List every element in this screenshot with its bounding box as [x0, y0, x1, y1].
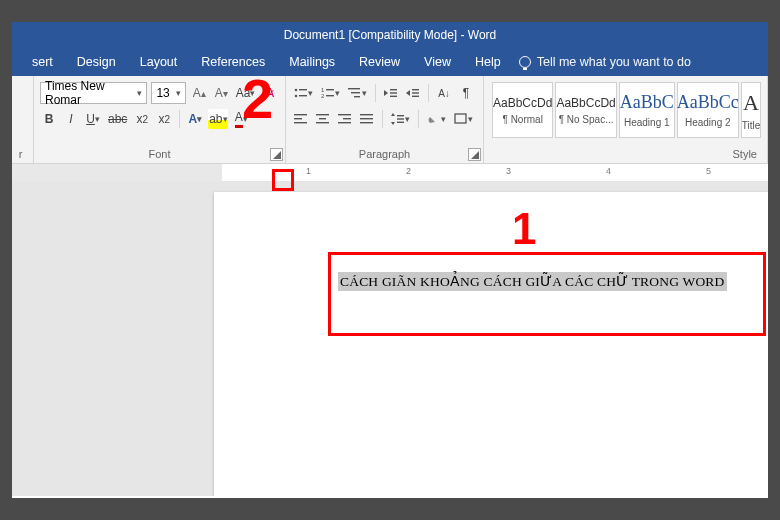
font-size-select[interactable]: 13▾ — [151, 82, 186, 104]
tab-insert[interactable]: sert — [20, 48, 65, 76]
group-clipboard: r — [12, 76, 34, 163]
paragraph-dialog-launcher[interactable] — [468, 148, 481, 161]
group-font: Times New Romar▾ 13▾ A▴ A▾ Aa▾ A̷ B I U▾ — [34, 76, 286, 163]
bullets-button[interactable]: ▾ — [292, 83, 315, 103]
svg-text:1: 1 — [321, 87, 325, 93]
sort-button[interactable]: A↓ — [435, 83, 453, 103]
style-title[interactable]: A Title — [741, 82, 762, 138]
svg-rect-3 — [299, 95, 307, 96]
svg-rect-13 — [390, 96, 397, 97]
strikethrough-button[interactable]: abc — [106, 109, 129, 129]
svg-rect-11 — [390, 89, 397, 90]
decrease-indent-button[interactable] — [382, 83, 400, 103]
lightbulb-icon — [519, 56, 531, 68]
svg-point-2 — [295, 95, 298, 98]
svg-rect-18 — [294, 118, 302, 119]
svg-text:2: 2 — [321, 93, 325, 99]
group-paragraph: ▾ 12▾ ▾ A↓ ¶ — [286, 76, 484, 163]
ribbon: r Times New Romar▾ 13▾ A▴ A▾ Aa▾ — [12, 76, 768, 164]
svg-rect-26 — [360, 114, 373, 115]
svg-point-0 — [295, 89, 298, 92]
tab-references[interactable]: References — [189, 48, 277, 76]
shrink-font-button[interactable]: A▾ — [212, 83, 230, 103]
page[interactable] — [214, 192, 768, 496]
align-left-button[interactable] — [292, 109, 310, 129]
font-color-button[interactable]: A▾ — [232, 109, 250, 129]
svg-rect-31 — [397, 122, 404, 123]
bold-button[interactable]: B — [40, 109, 58, 129]
selected-text[interactable]: CÁCH GIÃN KHOẢNG CÁCH GIỮA CÁC CHỮ TRONG… — [338, 272, 727, 291]
tab-mailings[interactable]: Mailings — [277, 48, 347, 76]
align-right-button[interactable] — [336, 109, 354, 129]
svg-rect-17 — [294, 114, 307, 115]
svg-rect-28 — [360, 122, 373, 123]
svg-rect-8 — [348, 88, 360, 89]
ribbon-tabs: sert Design Layout References Mailings R… — [12, 48, 768, 76]
svg-rect-29 — [397, 115, 404, 116]
svg-rect-20 — [316, 114, 329, 115]
superscript-button[interactable]: x2 — [155, 109, 173, 129]
svg-rect-14 — [412, 89, 419, 90]
svg-rect-15 — [412, 92, 419, 93]
group-styles: AaBbCcDd ¶ Normal AaBbCcDd ¶ No Spac... … — [484, 76, 768, 163]
svg-rect-22 — [316, 122, 329, 123]
highlight-button[interactable]: ab▾ — [208, 109, 228, 129]
change-case-button[interactable]: Aa▾ — [234, 83, 257, 103]
svg-rect-21 — [319, 118, 326, 119]
svg-rect-7 — [326, 95, 334, 96]
justify-button[interactable] — [358, 109, 376, 129]
style-normal[interactable]: AaBbCcDd ¶ Normal — [492, 82, 553, 138]
tab-design[interactable]: Design — [65, 48, 128, 76]
tell-me-search[interactable]: Tell me what you want to do — [519, 55, 691, 69]
svg-rect-10 — [354, 96, 360, 97]
style-heading-2[interactable]: AaBbCc Heading 2 — [677, 82, 739, 138]
tab-view[interactable]: View — [412, 48, 463, 76]
svg-rect-19 — [294, 122, 307, 123]
shading-button[interactable]: ▾ — [425, 109, 448, 129]
text-effects-button[interactable]: A▾ — [186, 109, 204, 129]
svg-rect-30 — [397, 118, 404, 119]
align-center-button[interactable] — [314, 109, 332, 129]
tab-layout[interactable]: Layout — [128, 48, 190, 76]
horizontal-ruler[interactable]: 1 2 3 4 5 — [12, 164, 768, 182]
italic-button[interactable]: I — [62, 109, 80, 129]
subscript-button[interactable]: x2 — [133, 109, 151, 129]
show-marks-button[interactable]: ¶ — [457, 83, 475, 103]
borders-button[interactable]: ▾ — [452, 109, 475, 129]
svg-rect-16 — [412, 96, 419, 97]
increase-indent-button[interactable] — [404, 83, 422, 103]
underline-button[interactable]: U▾ — [84, 109, 102, 129]
multilevel-list-button[interactable]: ▾ — [346, 83, 369, 103]
svg-rect-25 — [338, 122, 351, 123]
svg-rect-1 — [299, 89, 307, 90]
svg-rect-24 — [343, 118, 351, 119]
line-spacing-button[interactable]: ▾ — [389, 109, 412, 129]
grow-font-button[interactable]: A▴ — [190, 83, 208, 103]
document-area[interactable]: CÁCH GIÃN KHOẢNG CÁCH GIỮA CÁC CHỮ TRONG… — [12, 182, 768, 496]
svg-rect-9 — [351, 92, 360, 93]
numbering-button[interactable]: 12▾ — [319, 83, 342, 103]
svg-rect-23 — [338, 114, 351, 115]
font-dialog-launcher[interactable] — [270, 148, 283, 161]
tab-review[interactable]: Review — [347, 48, 412, 76]
svg-rect-12 — [390, 92, 397, 93]
style-heading-1[interactable]: AaBbC Heading 1 — [619, 82, 675, 138]
style-no-spacing[interactable]: AaBbCcDd ¶ No Spac... — [555, 82, 616, 138]
tab-help[interactable]: Help — [463, 48, 513, 76]
svg-rect-27 — [360, 118, 373, 119]
svg-rect-32 — [455, 114, 466, 123]
window-title: Document1 [Compatibility Mode] - Word — [284, 28, 497, 42]
svg-rect-5 — [326, 89, 334, 90]
clear-formatting-button[interactable]: A̷ — [261, 83, 279, 103]
font-name-select[interactable]: Times New Romar▾ — [40, 82, 147, 104]
title-bar: Document1 [Compatibility Mode] - Word — [12, 22, 768, 48]
